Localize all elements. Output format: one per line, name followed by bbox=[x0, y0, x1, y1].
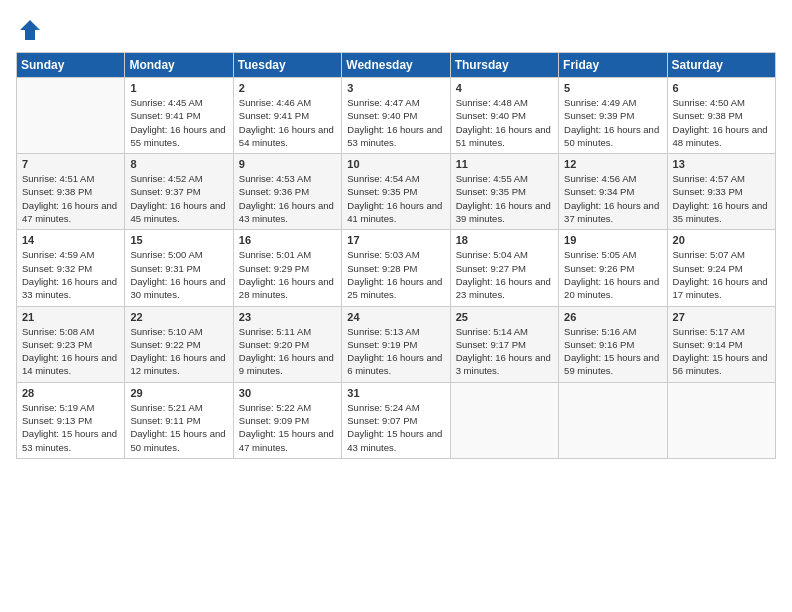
calendar-day-cell: 21Sunrise: 5:08 AMSunset: 9:23 PMDayligh… bbox=[17, 306, 125, 382]
calendar-day-cell: 3Sunrise: 4:47 AMSunset: 9:40 PMDaylight… bbox=[342, 78, 450, 154]
day-number: 13 bbox=[673, 158, 770, 170]
day-number: 27 bbox=[673, 311, 770, 323]
day-info: Sunrise: 4:50 AMSunset: 9:38 PMDaylight:… bbox=[673, 96, 770, 149]
calendar-week-row: 28Sunrise: 5:19 AMSunset: 9:13 PMDayligh… bbox=[17, 382, 776, 458]
day-info: Sunrise: 4:47 AMSunset: 9:40 PMDaylight:… bbox=[347, 96, 444, 149]
calendar-day-cell: 12Sunrise: 4:56 AMSunset: 9:34 PMDayligh… bbox=[559, 154, 667, 230]
page-header bbox=[16, 16, 776, 44]
calendar-day-cell: 31Sunrise: 5:24 AMSunset: 9:07 PMDayligh… bbox=[342, 382, 450, 458]
day-number: 6 bbox=[673, 82, 770, 94]
day-header-thursday: Thursday bbox=[450, 53, 558, 78]
calendar-day-cell: 28Sunrise: 5:19 AMSunset: 9:13 PMDayligh… bbox=[17, 382, 125, 458]
calendar-day-cell: 27Sunrise: 5:17 AMSunset: 9:14 PMDayligh… bbox=[667, 306, 775, 382]
day-info: Sunrise: 5:04 AMSunset: 9:27 PMDaylight:… bbox=[456, 248, 553, 301]
day-info: Sunrise: 5:17 AMSunset: 9:14 PMDaylight:… bbox=[673, 325, 770, 378]
calendar-day-cell: 6Sunrise: 4:50 AMSunset: 9:38 PMDaylight… bbox=[667, 78, 775, 154]
calendar-day-cell: 18Sunrise: 5:04 AMSunset: 9:27 PMDayligh… bbox=[450, 230, 558, 306]
calendar-day-cell: 22Sunrise: 5:10 AMSunset: 9:22 PMDayligh… bbox=[125, 306, 233, 382]
calendar-day-cell: 10Sunrise: 4:54 AMSunset: 9:35 PMDayligh… bbox=[342, 154, 450, 230]
day-header-monday: Monday bbox=[125, 53, 233, 78]
day-header-sunday: Sunday bbox=[17, 53, 125, 78]
day-info: Sunrise: 4:53 AMSunset: 9:36 PMDaylight:… bbox=[239, 172, 336, 225]
day-info: Sunrise: 5:08 AMSunset: 9:23 PMDaylight:… bbox=[22, 325, 119, 378]
day-number: 14 bbox=[22, 234, 119, 246]
day-info: Sunrise: 4:45 AMSunset: 9:41 PMDaylight:… bbox=[130, 96, 227, 149]
calendar-day-cell: 11Sunrise: 4:55 AMSunset: 9:35 PMDayligh… bbox=[450, 154, 558, 230]
day-number: 12 bbox=[564, 158, 661, 170]
calendar-header-row: SundayMondayTuesdayWednesdayThursdayFrid… bbox=[17, 53, 776, 78]
day-number: 10 bbox=[347, 158, 444, 170]
calendar-table: SundayMondayTuesdayWednesdayThursdayFrid… bbox=[16, 52, 776, 459]
day-number: 1 bbox=[130, 82, 227, 94]
day-number: 26 bbox=[564, 311, 661, 323]
calendar-day-cell: 9Sunrise: 4:53 AMSunset: 9:36 PMDaylight… bbox=[233, 154, 341, 230]
day-info: Sunrise: 4:54 AMSunset: 9:35 PMDaylight:… bbox=[347, 172, 444, 225]
day-number: 23 bbox=[239, 311, 336, 323]
day-number: 25 bbox=[456, 311, 553, 323]
calendar-day-cell: 16Sunrise: 5:01 AMSunset: 9:29 PMDayligh… bbox=[233, 230, 341, 306]
day-info: Sunrise: 4:52 AMSunset: 9:37 PMDaylight:… bbox=[130, 172, 227, 225]
day-info: Sunrise: 5:19 AMSunset: 9:13 PMDaylight:… bbox=[22, 401, 119, 454]
calendar-day-cell: 26Sunrise: 5:16 AMSunset: 9:16 PMDayligh… bbox=[559, 306, 667, 382]
day-number: 20 bbox=[673, 234, 770, 246]
day-info: Sunrise: 5:14 AMSunset: 9:17 PMDaylight:… bbox=[456, 325, 553, 378]
day-number: 19 bbox=[564, 234, 661, 246]
calendar-day-cell bbox=[17, 78, 125, 154]
logo bbox=[16, 16, 48, 44]
day-header-wednesday: Wednesday bbox=[342, 53, 450, 78]
day-info: Sunrise: 4:55 AMSunset: 9:35 PMDaylight:… bbox=[456, 172, 553, 225]
calendar-day-cell: 1Sunrise: 4:45 AMSunset: 9:41 PMDaylight… bbox=[125, 78, 233, 154]
day-info: Sunrise: 5:07 AMSunset: 9:24 PMDaylight:… bbox=[673, 248, 770, 301]
day-number: 21 bbox=[22, 311, 119, 323]
day-info: Sunrise: 4:46 AMSunset: 9:41 PMDaylight:… bbox=[239, 96, 336, 149]
calendar-day-cell: 20Sunrise: 5:07 AMSunset: 9:24 PMDayligh… bbox=[667, 230, 775, 306]
day-info: Sunrise: 5:01 AMSunset: 9:29 PMDaylight:… bbox=[239, 248, 336, 301]
calendar-day-cell: 14Sunrise: 4:59 AMSunset: 9:32 PMDayligh… bbox=[17, 230, 125, 306]
day-info: Sunrise: 4:59 AMSunset: 9:32 PMDaylight:… bbox=[22, 248, 119, 301]
day-info: Sunrise: 5:13 AMSunset: 9:19 PMDaylight:… bbox=[347, 325, 444, 378]
calendar-day-cell: 30Sunrise: 5:22 AMSunset: 9:09 PMDayligh… bbox=[233, 382, 341, 458]
day-number: 17 bbox=[347, 234, 444, 246]
day-number: 15 bbox=[130, 234, 227, 246]
day-info: Sunrise: 4:49 AMSunset: 9:39 PMDaylight:… bbox=[564, 96, 661, 149]
logo-icon bbox=[16, 16, 44, 44]
calendar-week-row: 14Sunrise: 4:59 AMSunset: 9:32 PMDayligh… bbox=[17, 230, 776, 306]
calendar-day-cell: 5Sunrise: 4:49 AMSunset: 9:39 PMDaylight… bbox=[559, 78, 667, 154]
day-info: Sunrise: 5:16 AMSunset: 9:16 PMDaylight:… bbox=[564, 325, 661, 378]
day-info: Sunrise: 4:57 AMSunset: 9:33 PMDaylight:… bbox=[673, 172, 770, 225]
calendar-day-cell: 2Sunrise: 4:46 AMSunset: 9:41 PMDaylight… bbox=[233, 78, 341, 154]
calendar-week-row: 1Sunrise: 4:45 AMSunset: 9:41 PMDaylight… bbox=[17, 78, 776, 154]
day-header-tuesday: Tuesday bbox=[233, 53, 341, 78]
calendar-week-row: 21Sunrise: 5:08 AMSunset: 9:23 PMDayligh… bbox=[17, 306, 776, 382]
day-number: 30 bbox=[239, 387, 336, 399]
day-info: Sunrise: 5:24 AMSunset: 9:07 PMDaylight:… bbox=[347, 401, 444, 454]
day-number: 22 bbox=[130, 311, 227, 323]
day-info: Sunrise: 5:03 AMSunset: 9:28 PMDaylight:… bbox=[347, 248, 444, 301]
calendar-week-row: 7Sunrise: 4:51 AMSunset: 9:38 PMDaylight… bbox=[17, 154, 776, 230]
day-number: 9 bbox=[239, 158, 336, 170]
calendar-day-cell: 29Sunrise: 5:21 AMSunset: 9:11 PMDayligh… bbox=[125, 382, 233, 458]
day-number: 4 bbox=[456, 82, 553, 94]
calendar-day-cell: 24Sunrise: 5:13 AMSunset: 9:19 PMDayligh… bbox=[342, 306, 450, 382]
day-number: 2 bbox=[239, 82, 336, 94]
day-info: Sunrise: 5:22 AMSunset: 9:09 PMDaylight:… bbox=[239, 401, 336, 454]
day-number: 29 bbox=[130, 387, 227, 399]
day-number: 11 bbox=[456, 158, 553, 170]
day-number: 3 bbox=[347, 82, 444, 94]
day-info: Sunrise: 4:51 AMSunset: 9:38 PMDaylight:… bbox=[22, 172, 119, 225]
calendar-day-cell: 7Sunrise: 4:51 AMSunset: 9:38 PMDaylight… bbox=[17, 154, 125, 230]
calendar-day-cell bbox=[450, 382, 558, 458]
day-number: 7 bbox=[22, 158, 119, 170]
day-header-friday: Friday bbox=[559, 53, 667, 78]
day-info: Sunrise: 5:11 AMSunset: 9:20 PMDaylight:… bbox=[239, 325, 336, 378]
day-info: Sunrise: 5:05 AMSunset: 9:26 PMDaylight:… bbox=[564, 248, 661, 301]
calendar-day-cell: 25Sunrise: 5:14 AMSunset: 9:17 PMDayligh… bbox=[450, 306, 558, 382]
day-number: 18 bbox=[456, 234, 553, 246]
calendar-day-cell: 23Sunrise: 5:11 AMSunset: 9:20 PMDayligh… bbox=[233, 306, 341, 382]
day-number: 24 bbox=[347, 311, 444, 323]
day-number: 16 bbox=[239, 234, 336, 246]
day-info: Sunrise: 5:21 AMSunset: 9:11 PMDaylight:… bbox=[130, 401, 227, 454]
day-number: 8 bbox=[130, 158, 227, 170]
calendar-day-cell bbox=[667, 382, 775, 458]
day-header-saturday: Saturday bbox=[667, 53, 775, 78]
